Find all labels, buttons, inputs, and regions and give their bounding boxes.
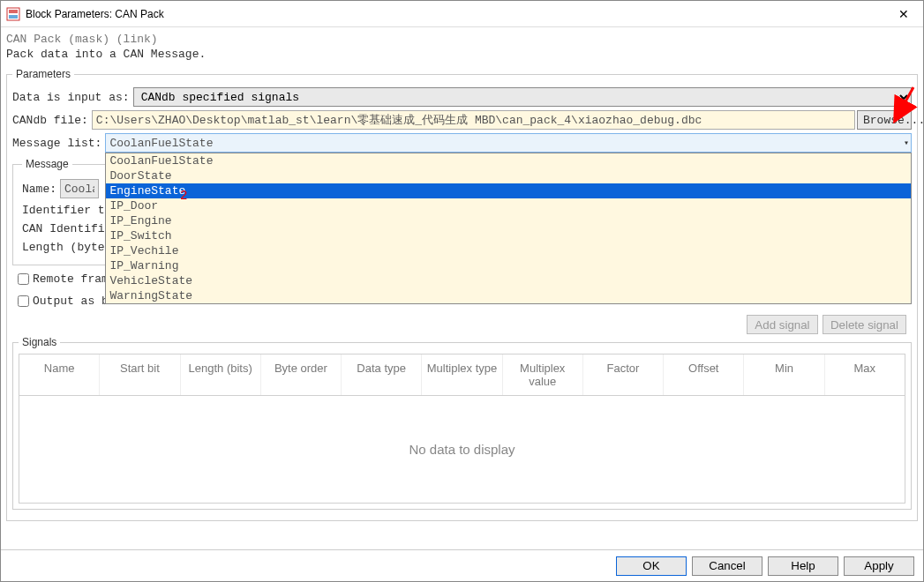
svg-rect-2 [9, 15, 18, 19]
titlebar: Block Parameters: CAN Pack ✕ [1, 1, 923, 27]
message-list-option[interactable]: IP_Warning [106, 258, 911, 273]
browse-button[interactable]: Browse... [857, 110, 912, 130]
svg-rect-1 [9, 10, 18, 13]
message-list-option[interactable]: WarningState [106, 288, 911, 303]
close-icon: ✕ [898, 7, 909, 21]
delete-signal-button[interactable]: Delete signal [823, 315, 906, 334]
message-list-label: Message list: [12, 137, 101, 150]
message-list-option[interactable]: EngineState [106, 183, 911, 198]
signals-column-header: Data type [342, 354, 422, 395]
data-input-label: Data is input as: [12, 91, 130, 104]
candb-file-label: CANdb file: [12, 114, 88, 127]
message-list-option[interactable]: DoorState [106, 168, 911, 183]
signals-column-header: Multiplex value [503, 354, 583, 395]
name-input[interactable] [60, 179, 99, 198]
signals-column-header: Start bit [100, 354, 180, 395]
signals-group: Signals NameStart bitLength (bits)Byte o… [12, 336, 912, 510]
mask-link-line: CAN Pack (mask) (link) [6, 33, 918, 46]
content-area: CAN Pack (mask) (link) Pack data into a … [1, 27, 923, 521]
signals-column-header: Min [744, 354, 824, 395]
message-list-option[interactable]: IP_Switch [106, 228, 911, 243]
signals-legend: Signals [19, 336, 60, 348]
close-button[interactable]: ✕ [883, 1, 923, 27]
name-label: Name: [22, 183, 56, 196]
signals-column-header: Factor [583, 354, 664, 395]
data-input-select[interactable]: CANdb specified signals [133, 87, 912, 107]
apply-button[interactable]: Apply [844, 556, 914, 576]
parameters-group: Parameters Data is input as: CANdb speci… [6, 68, 918, 521]
message-list-option[interactable]: VehicleState [106, 273, 911, 288]
message-list-option[interactable]: CoolanFuelState [106, 153, 911, 168]
signals-column-header: Length (bits) [181, 354, 261, 395]
signals-column-header: Offset [664, 354, 744, 395]
bottom-bar: OK Cancel Help Apply [1, 549, 923, 581]
remote-frame-label: Remote frame [33, 272, 116, 286]
signals-column-header: Name [19, 354, 100, 395]
message-list-option[interactable]: IP_Door [106, 198, 911, 213]
chevron-down-icon: ▾ [904, 138, 909, 148]
signals-table-body: No data to display [19, 396, 905, 503]
help-button[interactable]: Help [768, 556, 838, 576]
message-list-dropdown: CoolanFuelStateDoorStateEngineStateIP_Do… [105, 153, 912, 304]
app-icon [6, 7, 20, 21]
message-list-option[interactable]: IP_Vechile [106, 243, 911, 258]
data-input-row: Data is input as: CANdb specified signal… [12, 87, 912, 107]
message-list-select[interactable]: CoolanFuelState ▾ [105, 133, 912, 153]
message-list-selected-text: CoolanFuelState [109, 137, 213, 150]
signals-empty-text: No data to display [409, 442, 515, 457]
message-legend: Message [22, 158, 72, 170]
add-signal-button[interactable]: Add signal [747, 315, 817, 334]
identifier-type-label: Identifier ty [22, 204, 111, 217]
can-identifier-label: CAN Identifie [22, 222, 111, 235]
signals-table: NameStart bitLength (bits)Byte orderData… [19, 354, 905, 504]
message-list-row: Message list: CoolanFuelState ▾ CoolanFu… [12, 133, 912, 153]
length-label: Length (bytes [22, 241, 111, 254]
remote-frame-checkbox[interactable] [18, 273, 29, 285]
signals-column-header: Multiplex type [422, 354, 502, 395]
candb-file-row: CANdb file: Browse... [12, 110, 912, 130]
cancel-button[interactable]: Cancel [692, 556, 762, 576]
candb-file-input[interactable] [92, 110, 855, 130]
signals-column-header: Max [825, 354, 905, 395]
signals-column-header: Byte order [261, 354, 342, 395]
output-as-bus-checkbox[interactable] [18, 295, 29, 307]
parameters-legend: Parameters [12, 68, 74, 80]
message-list-option[interactable]: IP_Engine [106, 213, 911, 228]
ok-button[interactable]: OK [616, 556, 687, 576]
window-title: Block Parameters: CAN Pack [26, 8, 883, 20]
signals-table-header: NameStart bitLength (bits)Byte orderData… [19, 354, 905, 396]
description-line: Pack data into a CAN Message. [6, 48, 918, 61]
